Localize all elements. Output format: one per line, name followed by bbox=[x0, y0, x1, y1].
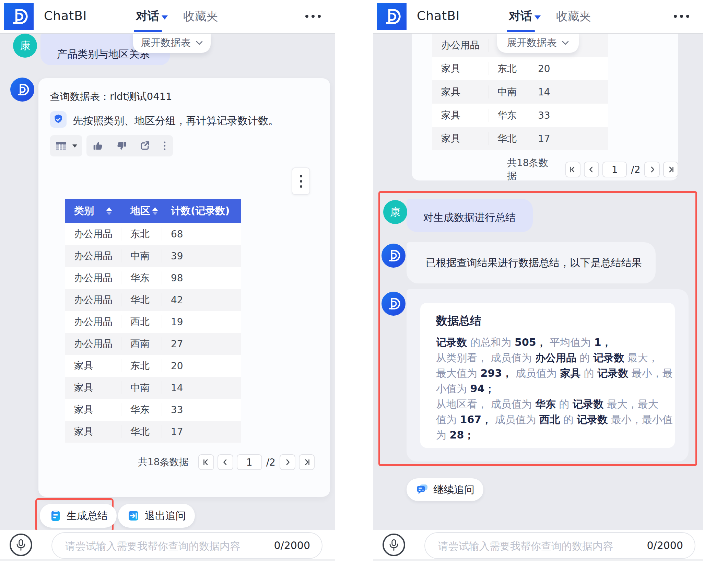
continue-followup-label: 继续追问 bbox=[433, 483, 474, 497]
cell-region: 华北 bbox=[121, 425, 162, 438]
table-row: 办公用品 西南 27 bbox=[65, 333, 241, 355]
cell-category: 家具 bbox=[432, 85, 489, 98]
total-records-label: 共18条数据 bbox=[507, 156, 556, 183]
result-table: 类别 地区 计数(记录数) 办公用品 东北 68 bbox=[65, 199, 241, 443]
more-options-button[interactable] bbox=[162, 140, 167, 152]
cell-count: 20 bbox=[529, 63, 608, 74]
table-row: 办公用品 华北 42 bbox=[65, 289, 241, 311]
last-page-button[interactable] bbox=[663, 162, 678, 177]
cell-count: 19 bbox=[162, 316, 241, 328]
next-page-button[interactable] bbox=[644, 162, 659, 177]
table-more-button[interactable] bbox=[292, 167, 310, 195]
more-menu-button[interactable] bbox=[670, 9, 692, 23]
right-panel: ChatBI 对话 收藏夹 办公用品 家具 bbox=[373, 0, 703, 561]
cell-region: 西北 bbox=[121, 315, 162, 328]
message-input-bar: 0/2000 bbox=[373, 530, 703, 561]
cell-count: 20 bbox=[162, 360, 241, 372]
page-number-input[interactable]: 1 bbox=[237, 454, 262, 470]
chart-type-switcher[interactable] bbox=[50, 135, 82, 156]
page-count-label: /2 bbox=[631, 164, 640, 175]
share-button[interactable] bbox=[139, 140, 151, 152]
expand-table-label: 展开数据表 bbox=[507, 36, 557, 50]
app-logo bbox=[4, 3, 34, 30]
column-label: 计数(记录数) bbox=[171, 204, 230, 218]
cell-category: 家具 bbox=[432, 132, 489, 145]
char-counter: 0/2000 bbox=[274, 533, 310, 558]
prev-page-button[interactable] bbox=[218, 454, 233, 470]
microphone-icon bbox=[14, 538, 27, 551]
chevron-down-icon bbox=[562, 40, 569, 45]
first-page-button[interactable] bbox=[198, 454, 214, 470]
thumbs-up-button[interactable] bbox=[92, 140, 104, 152]
page-number-input[interactable]: 1 bbox=[602, 162, 627, 177]
generate-summary-button[interactable]: 生成总结 bbox=[40, 504, 117, 528]
cell-region: 中南 bbox=[489, 85, 529, 98]
user-avatar: 康 bbox=[13, 34, 37, 58]
cell-category: 家具 bbox=[432, 109, 489, 122]
column-label: 类别 bbox=[74, 204, 94, 218]
bottom-divider bbox=[0, 559, 335, 561]
ellipsis-dot bbox=[300, 175, 302, 177]
cell-region: 中南 bbox=[121, 249, 162, 262]
column-header-region[interactable]: 地区 bbox=[121, 204, 162, 218]
left-panel: ChatBI 对话 收藏夹 康 产品类别与地区关系 展开数据表 bbox=[0, 0, 335, 561]
tab-favorites[interactable]: 收藏夹 bbox=[556, 0, 591, 32]
cell-count: 14 bbox=[529, 86, 608, 98]
ellipsis-dot bbox=[305, 15, 308, 18]
tab-conversation-label: 对话 bbox=[136, 8, 159, 24]
chatbi-d-logo-icon bbox=[9, 7, 29, 26]
message-input-bar: 0/2000 bbox=[0, 530, 335, 561]
tab-conversation[interactable]: 对话 bbox=[136, 0, 168, 32]
chevron-down-icon bbox=[72, 144, 77, 148]
thumbs-down-button[interactable] bbox=[116, 140, 127, 152]
expand-table-button[interactable]: 展开数据表 bbox=[497, 33, 579, 53]
table-row: 家具 东北 20 bbox=[432, 57, 608, 80]
cell-region: 华东 bbox=[121, 403, 162, 416]
active-tab-underline bbox=[507, 30, 535, 32]
cell-category: 办公用品 bbox=[432, 39, 489, 52]
microphone-button[interactable] bbox=[10, 534, 32, 556]
cell-count: 17 bbox=[162, 426, 241, 437]
cell-count: 39 bbox=[162, 250, 241, 262]
cell-region: 华东 bbox=[489, 109, 529, 122]
verified-shield-badge bbox=[50, 111, 67, 128]
cell-category: 家具 bbox=[65, 381, 121, 394]
query-input[interactable] bbox=[64, 533, 258, 559]
sort-icon[interactable] bbox=[106, 207, 112, 215]
prev-page-button[interactable] bbox=[584, 162, 599, 177]
continue-followup-button[interactable]: 继续追问 bbox=[407, 478, 483, 501]
pagination: 共18条数据 1 /2 bbox=[507, 156, 678, 183]
app-header: ChatBI 对话 收藏夹 bbox=[0, 0, 335, 34]
tab-conversation[interactable]: 对话 bbox=[509, 0, 541, 32]
cell-region: 华东 bbox=[121, 271, 162, 284]
expand-table-button[interactable]: 展开数据表 bbox=[133, 33, 211, 53]
panel-gap bbox=[335, 0, 373, 561]
cell-region: 华北 bbox=[121, 293, 162, 306]
bot-response-card: 查询数据表：rldt测试0411 先按照类别、地区分组，再计算记录数计数。 bbox=[38, 78, 330, 497]
ellipsis-dot bbox=[318, 15, 321, 18]
table-row: 办公用品 东北 68 bbox=[65, 223, 241, 245]
exit-followup-button[interactable]: 退出追问 bbox=[118, 504, 195, 528]
cell-category: 家具 bbox=[65, 359, 121, 372]
bot-avatar bbox=[10, 78, 34, 102]
cell-count: 68 bbox=[162, 229, 241, 240]
right-white-margin bbox=[703, 0, 728, 561]
sort-icon[interactable] bbox=[152, 207, 158, 215]
table-row: 家具 中南 14 bbox=[65, 377, 241, 399]
query-input-wrapper: 0/2000 bbox=[51, 532, 322, 559]
column-header-category[interactable]: 类别 bbox=[65, 204, 121, 218]
shield-check-icon bbox=[52, 113, 64, 126]
first-page-button[interactable] bbox=[565, 162, 580, 177]
pagination: 共18条数据 1 /2 bbox=[138, 454, 315, 470]
generate-summary-label: 生成总结 bbox=[67, 509, 108, 523]
table-row: 家具 东北 20 bbox=[65, 355, 241, 377]
query-input[interactable] bbox=[437, 533, 631, 559]
more-menu-button[interactable] bbox=[302, 9, 324, 23]
chatbi-d-logo-icon bbox=[15, 82, 30, 97]
microphone-button[interactable] bbox=[383, 534, 405, 556]
last-page-button[interactable] bbox=[299, 454, 315, 470]
ellipsis-dot bbox=[300, 185, 302, 188]
tab-favorites[interactable]: 收藏夹 bbox=[183, 0, 218, 32]
cell-region: 西南 bbox=[121, 337, 162, 350]
next-page-button[interactable] bbox=[280, 454, 295, 470]
